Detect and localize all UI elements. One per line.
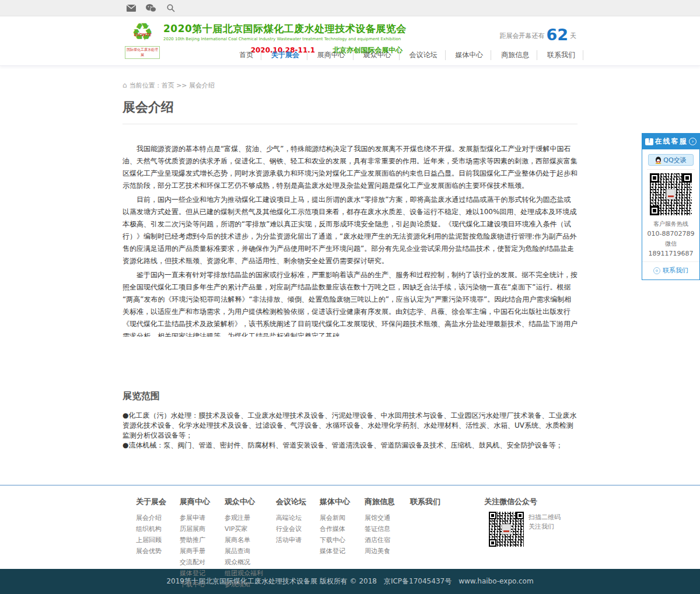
footer-link[interactable]: 组织机构 bbox=[136, 523, 180, 534]
footer-col-title: 展商中心 bbox=[180, 497, 225, 507]
hotline-label: 客户服务热线 bbox=[642, 219, 699, 229]
footer-link[interactable]: 展商手册 bbox=[180, 546, 225, 557]
nav-home[interactable]: 首页 bbox=[232, 50, 261, 60]
nav-exhibitor-center[interactable]: 展商中心 bbox=[310, 50, 354, 60]
footer-col-contact: 联系我们 bbox=[410, 497, 484, 590]
footer-link[interactable]: 交流配对 bbox=[180, 557, 225, 568]
logo-acronym: CICWTE bbox=[125, 33, 160, 37]
footer-wechat-section: 关注微信公众号 扫描二维码 关注我们 bbox=[484, 497, 583, 590]
footer-link[interactable]: 展品查询 bbox=[225, 546, 276, 557]
online-service-panel: 在线客服 › QQ交谈 客户服务热线 010-88702789 微信 18911… bbox=[642, 133, 700, 280]
footer-qr-code bbox=[489, 512, 524, 547]
email-icon[interactable] bbox=[125, 3, 138, 13]
wechat-label: 微信 bbox=[642, 239, 699, 249]
search-icon[interactable] bbox=[164, 3, 177, 13]
footer-link[interactable]: 组团观众福利 bbox=[225, 568, 276, 579]
nav-travel-info[interactable]: 商旅信息 bbox=[494, 50, 537, 60]
footer-col-title: 会议论坛 bbox=[276, 497, 320, 507]
nav-contact-us[interactable]: 联系我们 bbox=[540, 50, 583, 60]
site-header: ♻ CICWTE 国际煤化工废水处理展 2020第十届北京国际煤化工废水处理技术… bbox=[0, 16, 700, 66]
service-panel-title: 在线客服 bbox=[653, 137, 689, 146]
intro-paragraph: 我国能源资源的基本特点是“富煤、贫油、少气”，特殊能源结构决定了我国的发展离不开… bbox=[123, 143, 578, 192]
intro-paragraph: 鉴于国内一直未有针对零排放结晶盐的国家或行业标准，严重影响着该产品的生产、服务和… bbox=[123, 269, 578, 337]
footer-col-media: 媒体中心 展会新闻 合作媒体 下载中心 媒体登记 bbox=[320, 497, 365, 590]
footer-col-title: 媒体中心 bbox=[320, 497, 365, 507]
site-footer: 关于展会 展会介绍 组织机构 上届回顾 展会优势 展商中心 参展申请 历届展商 … bbox=[0, 485, 700, 569]
scope-section-title: 展览范围 bbox=[123, 390, 578, 403]
footer-link[interactable]: 展商名单 bbox=[225, 534, 276, 546]
collapse-arrow-icon[interactable]: › bbox=[689, 138, 696, 145]
footer-link[interactable]: 展会新闻 bbox=[320, 512, 365, 523]
nav-about[interactable]: 关于展会 bbox=[264, 50, 307, 60]
main-content: 当前位置：首页 >> 展会介绍 展会介绍 我国能源资源的基本特点是“富煤、贫油、… bbox=[0, 66, 700, 485]
exhibition-subtitle-en: 2020 10th Beijing International Coal Che… bbox=[163, 37, 490, 41]
qr-center-logo bbox=[666, 189, 676, 200]
contact-us-link[interactable]: 联系我们 bbox=[642, 261, 699, 279]
footer-wechat-tip: 关注我们 bbox=[528, 522, 561, 532]
contact-us-label: 联系我们 bbox=[663, 266, 688, 275]
qq-chat-button[interactable]: QQ交谈 bbox=[648, 154, 694, 166]
exhibition-logo: ♻ CICWTE 国际煤化工废水处理展 bbox=[125, 19, 160, 59]
footer-link[interactable]: 展馆交通 bbox=[365, 512, 410, 523]
breadcrumb: 当前位置：首页 >> 展会介绍 bbox=[123, 81, 578, 90]
hotline-number: 010-88702789 bbox=[642, 229, 699, 239]
footer-link[interactable]: VIP买家 bbox=[225, 523, 276, 534]
breadcrumb-current: 展会介绍 bbox=[189, 82, 215, 89]
main-nav: 首页 关于展会 展商中心 观众中心 会议论坛 媒体中心 商旅信息 联系我们 bbox=[232, 50, 583, 60]
nav-media-center[interactable]: 媒体中心 bbox=[447, 50, 491, 60]
footer-col-title: 观众中心 bbox=[225, 497, 276, 507]
footer-link[interactable]: 观众概况 bbox=[225, 557, 276, 568]
footer-link[interactable]: 参观须知 bbox=[225, 579, 276, 590]
scope-item: ●化工废（污）水处理：膜技术及设备、工业废水处理技术及设备、污泥处理设备、中水回… bbox=[123, 411, 578, 441]
page-title: 展会介绍 bbox=[123, 99, 578, 124]
footer-link[interactable]: 上届回顾 bbox=[136, 534, 180, 546]
countdown-suffix: 天 bbox=[570, 32, 576, 40]
footer-link[interactable]: 历届展商 bbox=[180, 523, 225, 534]
footer-link[interactable]: 下载中心 bbox=[180, 579, 225, 590]
scope-item: ●流体机械：泵、阀门、管道、密封件、防腐材料、管道安装设备、管道清洗设备、管道防… bbox=[123, 441, 578, 450]
countdown-prefix: 距展会开幕还有 bbox=[499, 32, 544, 40]
footer-link[interactable]: 参观注册 bbox=[225, 512, 276, 523]
intro-paragraph: 目前，国内一些企业和地方为推动煤化工建设项目上马，提出所谓的废水“零排放”方案，… bbox=[123, 194, 578, 267]
footer-link[interactable]: 合作媒体 bbox=[320, 523, 365, 534]
qq-penguin-icon bbox=[655, 156, 662, 164]
footer-col-travel: 商旅信息 展馆交通 签证信息 酒店住宿 周边美食 bbox=[365, 497, 410, 590]
footer-link[interactable]: 展会介绍 bbox=[136, 512, 180, 523]
breadcrumb-separator: >> bbox=[176, 82, 187, 89]
breadcrumb-prefix: 当前位置： bbox=[130, 82, 162, 89]
logo-caption: 国际煤化工废水处理展 bbox=[125, 46, 160, 59]
footer-link[interactable]: 酒店住宿 bbox=[365, 534, 410, 546]
wechat-number: 18911719687 bbox=[642, 249, 699, 258]
footer-link[interactable]: 展会优势 bbox=[136, 546, 180, 557]
footer-link[interactable]: 下载中心 bbox=[320, 534, 365, 546]
footer-col-title: 关于展会 bbox=[136, 497, 180, 507]
service-qr-code bbox=[650, 173, 692, 215]
footer-link[interactable]: 参展申请 bbox=[180, 512, 225, 523]
footer-col-about: 关于展会 展会介绍 组织机构 上届回顾 展会优势 bbox=[136, 497, 180, 590]
footer-link[interactable]: 活动申请 bbox=[276, 534, 320, 546]
nav-visitor-center[interactable]: 观众中心 bbox=[356, 50, 400, 60]
footer-link[interactable]: 高端论坛 bbox=[276, 512, 320, 523]
footer-link[interactable]: 媒体登记 bbox=[180, 568, 225, 579]
footer-col-visitor: 观众中心 参观注册 VIP买家 展商名单 展品查询 观众概况 组团观众福利 参观… bbox=[225, 497, 276, 590]
footer-link[interactable]: 周边美食 bbox=[365, 546, 410, 557]
footer-link[interactable]: 签证信息 bbox=[365, 523, 410, 534]
home-icon bbox=[123, 82, 130, 89]
footer-col-title: 商旅信息 bbox=[365, 497, 410, 507]
breadcrumb-home-link[interactable]: 首页 bbox=[162, 82, 174, 89]
countdown-days: 62 bbox=[546, 26, 568, 44]
chat-bubble-icon bbox=[645, 138, 653, 145]
qq-chat-label: QQ交谈 bbox=[663, 156, 686, 165]
countdown: 距展会开幕还有62天 bbox=[499, 26, 576, 44]
footer-link[interactable]: 行业会议 bbox=[276, 523, 320, 534]
footer-link[interactable]: 赞助推广 bbox=[180, 534, 225, 546]
top-utility-bar bbox=[0, 0, 700, 16]
phone-icon bbox=[653, 267, 660, 274]
nav-conference-forum[interactable]: 会议论坛 bbox=[402, 50, 446, 60]
recycle-icon: ♻ bbox=[125, 19, 160, 46]
qr-center-logo bbox=[502, 524, 511, 534]
footer-wechat-tip: 扫描二维码 bbox=[528, 513, 561, 522]
footer-wechat-title: 关注微信公众号 bbox=[484, 497, 583, 507]
wechat-icon[interactable] bbox=[145, 3, 158, 13]
footer-link[interactable]: 媒体登记 bbox=[320, 546, 365, 557]
